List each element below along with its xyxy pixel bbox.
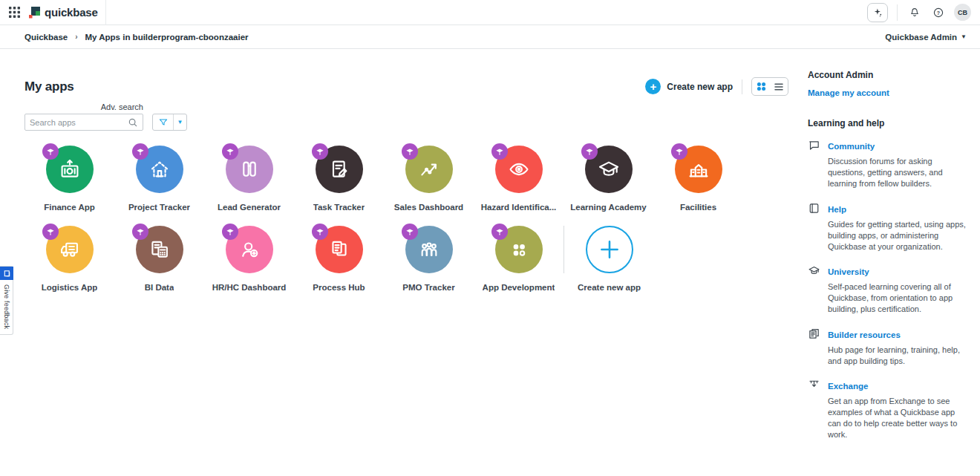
- app-tile[interactable]: PMO Tracker: [384, 226, 474, 292]
- help-book-icon: [808, 202, 820, 215]
- list-view-icon[interactable]: [770, 78, 788, 95]
- app-icon-circle: [136, 146, 183, 193]
- sidebar-link[interactable]: Builder resources: [828, 330, 901, 339]
- page-title: My apps: [24, 79, 74, 94]
- builder-badge-icon: [491, 224, 508, 240]
- app-name: Lead Generator: [218, 203, 281, 212]
- account-menu[interactable]: Quickbase Admin ▼: [885, 33, 967, 42]
- app-row-2: Logistics AppBI DataHR/HC DashboardProce…: [24, 226, 808, 292]
- learning-help-item: Builder resourcesHub page for learning, …: [808, 327, 967, 367]
- app-icon-circle: [585, 146, 633, 193]
- sidebar-link[interactable]: Exchange: [828, 382, 868, 391]
- builder-badge-icon: [42, 224, 59, 240]
- app-tile[interactable]: App Development: [474, 226, 564, 292]
- speech-bubble-icon: [808, 139, 820, 151]
- adv-search-link[interactable]: Adv. search: [24, 102, 143, 111]
- app-switcher-icon[interactable]: [6, 4, 22, 21]
- svg-text:?: ?: [937, 10, 940, 15]
- app-tile[interactable]: Learning Academy: [564, 146, 653, 212]
- sidebar-description: Hub page for learning, training, help, a…: [828, 345, 967, 367]
- breadcrumb-separator: ›: [75, 33, 77, 41]
- app-name: Sales Dashboard: [394, 203, 463, 212]
- app-icon-circle: [675, 146, 722, 193]
- app-tile[interactable]: Sales Dashboard: [384, 146, 474, 212]
- sidebar-description: Get an app from Exchange to see examples…: [828, 396, 967, 441]
- app-icon-circle: [405, 226, 453, 273]
- app-icon-circle: [405, 146, 453, 193]
- builder-badge-icon: [222, 143, 238, 160]
- sidebar-description: Guides for getting started, using apps, …: [828, 219, 967, 253]
- app-tile[interactable]: Process Hub: [294, 226, 384, 292]
- sidebar-description: Discussion forums for asking questions, …: [828, 156, 967, 190]
- document-edit-icon: [327, 157, 351, 181]
- learning-help-list: CommunityDiscussion forums for asking qu…: [808, 139, 967, 441]
- filter-funnel-icon[interactable]: [153, 114, 173, 130]
- builder-badge-icon: [491, 143, 508, 160]
- feedback-icon: [0, 267, 13, 280]
- learning-help-item: CommunityDiscussion forums for asking qu…: [808, 139, 967, 190]
- app-tile[interactable]: Facilities: [653, 146, 743, 212]
- people-group-icon: [417, 238, 441, 261]
- create-new-app-button[interactable]: + Create new app: [645, 79, 733, 94]
- app-icon-circle: [495, 146, 543, 193]
- app-name: Project Tracker: [128, 203, 190, 212]
- notifications-bell-icon[interactable]: [906, 4, 923, 21]
- person-add-icon: [238, 238, 261, 261]
- learning-help-title: Learning and help: [808, 118, 967, 128]
- breadcrumb-root[interactable]: Quickbase: [24, 33, 68, 42]
- search-box: [24, 114, 143, 131]
- sidebar-description: Self-paced learning covering all of Quic…: [828, 281, 967, 316]
- grid-view-icon[interactable]: [752, 78, 770, 95]
- help-icon[interactable]: ?: [930, 4, 947, 21]
- sidebar-link[interactable]: Help: [828, 205, 846, 214]
- filter-dropdown-caret[interactable]: ▼: [174, 114, 186, 130]
- blueprint-house-icon: [148, 157, 172, 181]
- search-input[interactable]: [30, 118, 128, 127]
- app-tile[interactable]: Logistics App: [24, 226, 114, 292]
- app-grid: Finance AppProject TrackerLead Generator…: [24, 146, 808, 292]
- app-tile[interactable]: BI Data: [114, 226, 204, 292]
- view-toggle: [751, 77, 788, 96]
- exchange-download-icon: [808, 379, 820, 391]
- account-admin-title: Account Admin: [808, 70, 967, 80]
- app-name: Hazard Identifica...: [481, 203, 557, 212]
- builder-badge-icon: [312, 224, 328, 240]
- app-tile[interactable]: HR/HC Dashboard: [204, 226, 294, 292]
- app-name: PMO Tracker: [402, 283, 454, 292]
- binoculars-icon: [238, 157, 261, 181]
- builder-resources-icon: [808, 327, 820, 340]
- app-tile[interactable]: Task Tracker: [294, 146, 384, 212]
- app-icon-circle: [136, 226, 183, 273]
- app-name: Facilities: [680, 203, 716, 212]
- user-avatar[interactable]: CB: [954, 4, 971, 21]
- main-content: My apps + Create new app: [0, 49, 808, 453]
- ai-sparkle-button[interactable]: [867, 3, 888, 22]
- app-name: HR/HC Dashboard: [212, 283, 287, 292]
- sidebar-link[interactable]: Community: [828, 142, 875, 151]
- app-tile[interactable]: Finance App: [24, 146, 114, 212]
- search-icon: [128, 117, 138, 128]
- app-tile[interactable]: Hazard Identifica...: [474, 146, 564, 212]
- builder-badge-icon: [222, 224, 238, 240]
- sparkle-icon: [872, 7, 883, 18]
- manage-account-link[interactable]: Manage my account: [808, 88, 889, 97]
- app-name: BI Data: [145, 283, 174, 292]
- app-icon-circle: [46, 146, 94, 193]
- divider: [897, 4, 898, 21]
- give-feedback-tab[interactable]: Give feedback: [0, 266, 13, 335]
- learning-help-item: HelpGuides for getting started, using ap…: [808, 202, 967, 253]
- app-icon-circle: [226, 226, 273, 273]
- chart-up-icon: [417, 157, 441, 181]
- app-name: Task Tracker: [313, 203, 365, 212]
- chevron-down-icon: ▼: [961, 33, 967, 40]
- filter-split-button: ▼: [152, 114, 187, 131]
- builder-badge-icon: [132, 143, 148, 160]
- sidebar-link[interactable]: University: [828, 267, 869, 276]
- builder-badge-icon: [402, 143, 418, 160]
- quickbase-logo[interactable]: quickbase: [22, 0, 105, 25]
- app-icon-circle: [495, 226, 543, 273]
- app-row-1: Finance AppProject TrackerLead Generator…: [24, 146, 808, 212]
- app-tile[interactable]: Lead Generator: [204, 146, 294, 212]
- app-tile[interactable]: Project Tracker: [114, 146, 204, 212]
- create-new-app-tile[interactable]: Create new app: [564, 226, 654, 292]
